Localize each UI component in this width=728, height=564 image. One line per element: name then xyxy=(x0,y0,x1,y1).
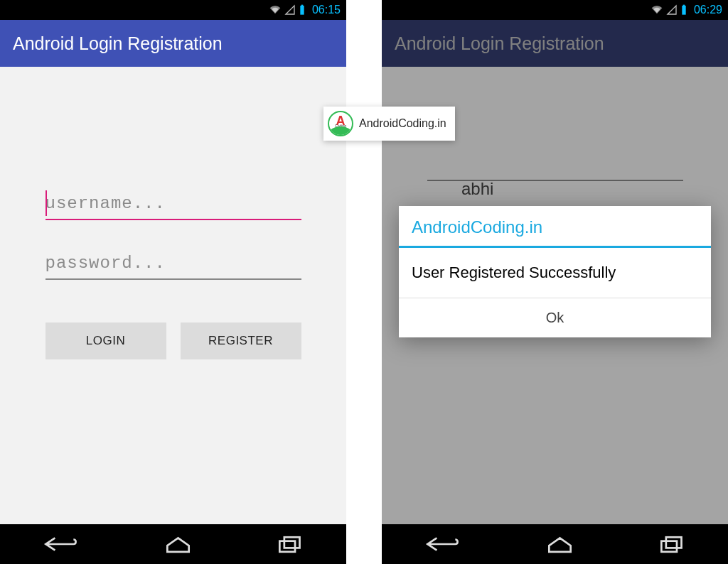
wifi-icon xyxy=(651,4,663,16)
app-bar: Android Login Registration xyxy=(0,20,346,67)
dialog-title: AndroidCoding.in xyxy=(399,206,711,246)
watermark-text: AndroidCoding.in xyxy=(359,117,446,130)
app-bar: Android Login Registration xyxy=(382,20,728,67)
watermark-logo-icon: A Coding xyxy=(328,111,353,136)
app-body: LOGIN REGISTER xyxy=(0,67,346,524)
username-field[interactable] xyxy=(427,148,683,180)
status-clock: 06:29 xyxy=(694,4,722,16)
register-button[interactable]: REGISTER xyxy=(181,322,301,359)
username-input-wrap[interactable] xyxy=(46,188,301,220)
phone-screenshot-dialog: 06:29 Android Login Registration abhi LO… xyxy=(382,0,728,564)
signal-icon xyxy=(666,4,678,16)
nav-bar xyxy=(382,524,728,564)
password-input-wrap[interactable] xyxy=(46,247,301,280)
svg-rect-3 xyxy=(284,537,299,548)
svg-rect-5 xyxy=(683,5,685,6)
svg-rect-6 xyxy=(661,541,677,552)
status-icons xyxy=(651,4,687,16)
wifi-icon xyxy=(269,4,281,16)
watermark-badge: A Coding AndroidCoding.in xyxy=(323,107,455,141)
home-icon[interactable] xyxy=(164,535,192,553)
battery-icon xyxy=(299,4,305,16)
username-input-wrap[interactable] xyxy=(427,148,683,181)
svg-rect-4 xyxy=(682,6,685,15)
app-title: Android Login Registration xyxy=(13,33,223,54)
alert-dialog: AndroidCoding.in User Registered Success… xyxy=(399,206,711,337)
dialog-message: User Registered Successfully xyxy=(399,248,711,298)
login-form: LOGIN REGISTER xyxy=(46,188,301,359)
username-value-behind: abhi xyxy=(461,179,493,199)
app-title: Android Login Registration xyxy=(395,33,604,54)
username-field[interactable] xyxy=(46,188,301,219)
login-button[interactable]: LOGIN xyxy=(46,322,166,359)
status-icons xyxy=(269,4,305,16)
home-icon[interactable] xyxy=(546,535,574,553)
text-caret xyxy=(46,190,47,216)
password-field[interactable] xyxy=(46,247,301,278)
back-icon[interactable] xyxy=(43,535,80,553)
svg-rect-0 xyxy=(300,6,304,15)
battery-icon xyxy=(681,4,687,16)
recents-icon[interactable] xyxy=(658,535,686,553)
svg-rect-1 xyxy=(301,5,304,6)
status-bar: 06:15 xyxy=(0,0,346,20)
nav-bar xyxy=(0,524,346,564)
phone-screenshot-login-form: 06:15 Android Login Registration LOGIN R… xyxy=(0,0,346,564)
dialog-ok-button[interactable]: Ok xyxy=(399,298,711,337)
status-clock: 06:15 xyxy=(312,4,341,16)
svg-rect-7 xyxy=(665,537,681,548)
recents-icon[interactable] xyxy=(277,535,304,553)
status-bar: 06:29 xyxy=(382,0,728,20)
back-icon[interactable] xyxy=(424,535,461,553)
signal-icon xyxy=(284,4,296,16)
button-row: LOGIN REGISTER xyxy=(46,322,301,359)
svg-rect-2 xyxy=(279,541,295,552)
